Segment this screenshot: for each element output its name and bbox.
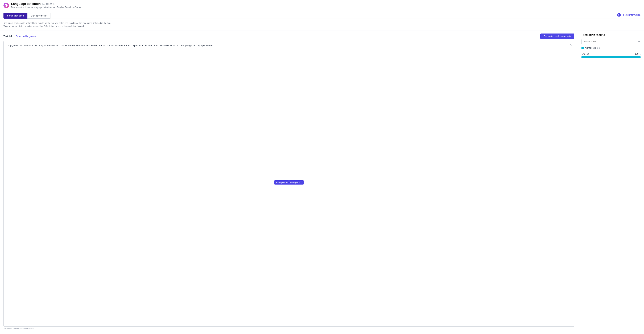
app-subtitle: Determine the dominant language in text … [11, 6, 83, 8]
confidence-dot [582, 47, 584, 49]
language-row: English 100% [582, 53, 640, 55]
clear-text-button[interactable]: ✕ [568, 42, 573, 47]
language-name: English [582, 53, 589, 55]
tooltip-container: Enter your own text to predict. [274, 180, 304, 185]
text-field-header: Text field Supported languages ↗ Generat… [4, 33, 574, 39]
supported-languages-text: Supported languages [16, 35, 36, 37]
info-section: Use single prediction to get real-time r… [0, 19, 644, 31]
generate-prediction-button[interactable]: Generate prediction results [540, 33, 574, 39]
confidence-info-icon[interactable]: i [597, 47, 600, 49]
language-confidence-pct: 100% [635, 53, 640, 55]
tab-batch-prediction[interactable]: Batch prediction [28, 13, 51, 18]
text-input-container: ✕ Enter your own text to predict. [4, 41, 574, 327]
text-field-left: Text field Supported languages ↗ [4, 35, 38, 37]
pricing-label: Pricing Information [622, 13, 640, 16]
left-panel: Text field Supported languages ↗ Generat… [0, 31, 578, 334]
header-title-group: Language detection AI SOLUTION Determine… [11, 2, 83, 8]
logo-icon [5, 4, 8, 7]
tab-single-prediction[interactable]: Single prediction [4, 13, 28, 18]
filter-button[interactable]: ≡ [638, 39, 640, 44]
pricing-link[interactable]: $ Pricing Information [617, 13, 640, 17]
language-result: English 100% [582, 53, 640, 58]
app-logo [4, 2, 9, 8]
right-panel: Prediction results ≡ Confidence i Englis… [578, 31, 644, 334]
confidence-row: Confidence i [582, 47, 640, 49]
progress-bar-background [582, 56, 640, 58]
external-link-icon: ↗ [36, 35, 38, 37]
confidence-label: Confidence [585, 47, 596, 49]
app-header: Language detection AI SOLUTION Determine… [0, 0, 644, 11]
text-field-label: Text field [4, 35, 13, 37]
app-title: Language detection [11, 2, 41, 6]
search-container: ≡ [582, 39, 640, 44]
tooltip: Enter your own text to predict. [274, 180, 304, 185]
info-line2: To generate prediction results from mult… [4, 25, 640, 28]
progress-bar-fill [582, 56, 640, 58]
prediction-results-title: Prediction results [582, 33, 640, 37]
main-layout: Text field Supported languages ↗ Generat… [0, 31, 644, 334]
tabs-row: Single prediction Batch prediction $ Pri… [0, 11, 644, 19]
supported-languages-link[interactable]: Supported languages ↗ [16, 35, 38, 37]
ai-badge: AI SOLUTION [42, 3, 56, 5]
tabs-container: Single prediction Batch prediction [4, 13, 51, 18]
pricing-icon: $ [617, 13, 621, 17]
search-labels-input[interactable] [582, 39, 636, 44]
info-line1: Use single prediction to get real-time r… [4, 21, 640, 25]
char-count: 206 out of 100,000 characters used. [4, 327, 574, 331]
